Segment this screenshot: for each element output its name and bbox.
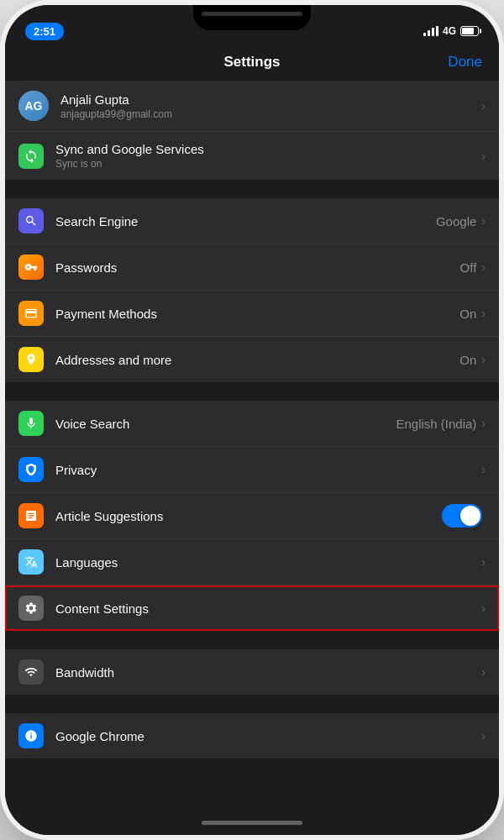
section-gap-1 bbox=[5, 181, 499, 198]
voice-search-item[interactable]: Voice Search English (India) › bbox=[5, 401, 499, 447]
gear-icon bbox=[24, 601, 38, 615]
status-icons: 4G bbox=[423, 25, 479, 37]
passwords-item[interactable]: Passwords Off › bbox=[5, 244, 499, 291]
payment-title: Payment Methods bbox=[55, 307, 459, 321]
article-suggestions-title: Article Suggestions bbox=[55, 509, 442, 523]
payment-icon-bg bbox=[18, 301, 44, 326]
sync-icon-bg bbox=[18, 144, 44, 169]
battery-fill bbox=[462, 28, 474, 34]
chevron-icon: › bbox=[481, 214, 486, 228]
key-icon bbox=[24, 260, 38, 274]
addresses-item[interactable]: Addresses and more On › bbox=[5, 337, 499, 382]
languages-title: Languages bbox=[55, 555, 481, 570]
chevron-icon: › bbox=[481, 307, 486, 320]
article-icon-bg bbox=[18, 503, 44, 528]
addresses-title: Addresses and more bbox=[55, 353, 459, 367]
notch-pill bbox=[202, 12, 302, 16]
privacy-item[interactable]: Privacy › bbox=[5, 447, 499, 493]
mic-icon bbox=[24, 417, 38, 430]
notch bbox=[193, 5, 311, 30]
signal-icon bbox=[423, 26, 438, 36]
settings-header: Settings Done bbox=[5, 47, 499, 81]
section-gap-3 bbox=[5, 633, 499, 649]
shield-icon bbox=[24, 463, 38, 476]
passwords-title: Passwords bbox=[55, 260, 460, 275]
info-icon bbox=[24, 729, 38, 743]
bandwidth-title: Bandwidth bbox=[55, 665, 481, 680]
network-label: 4G bbox=[443, 25, 456, 37]
payment-icon bbox=[24, 307, 38, 320]
google-chrome-title: Google Chrome bbox=[55, 729, 481, 743]
section-gap-2 bbox=[5, 384, 499, 401]
home-indicator bbox=[5, 810, 499, 835]
home-bar bbox=[202, 821, 302, 825]
payment-item[interactable]: Payment Methods On › bbox=[5, 291, 499, 337]
toggle-thumb bbox=[460, 506, 480, 526]
profile-item[interactable]: AG Anjali Gupta anjagupta99@gmail.com › bbox=[5, 81, 499, 132]
account-section: AG Anjali Gupta anjagupta99@gmail.com › bbox=[5, 81, 499, 180]
article-toggle[interactable] bbox=[442, 504, 482, 528]
privacy-title: Privacy bbox=[55, 463, 481, 477]
bandwidth-icon-bg bbox=[18, 659, 44, 685]
bandwidth-icon bbox=[24, 665, 38, 679]
language-icon bbox=[24, 555, 38, 569]
sync-subtitle: Sync is on bbox=[55, 158, 481, 170]
languages-icon-bg bbox=[18, 549, 44, 575]
chevron-icon: › bbox=[481, 99, 486, 113]
article-icon bbox=[24, 509, 38, 522]
chevron-icon: › bbox=[481, 729, 486, 743]
chrome-icon-bg bbox=[18, 723, 44, 748]
search-engine-value: Google bbox=[436, 214, 476, 228]
sync-title: Sync and Google Services bbox=[55, 142, 481, 156]
chevron-icon: › bbox=[481, 555, 486, 569]
section-gap-bottom bbox=[5, 760, 499, 777]
battery-icon bbox=[460, 26, 479, 36]
addresses-icon-bg bbox=[18, 347, 44, 372]
phone-screen: 2:51 4G Settings Done bbox=[5, 5, 499, 835]
profile-email: anjagupta99@gmail.com bbox=[60, 108, 481, 120]
passwords-icon-bg bbox=[18, 255, 44, 280]
google-chrome-item[interactable]: Google Chrome › bbox=[5, 713, 499, 759]
bandwidth-item[interactable]: Bandwidth › bbox=[5, 649, 499, 695]
location-icon bbox=[24, 353, 38, 366]
addresses-value: On bbox=[459, 353, 476, 367]
voice-search-value: English (India) bbox=[396, 417, 476, 431]
settings-content: AG Anjali Gupta anjagupta99@gmail.com › bbox=[5, 81, 499, 810]
avatar: AG bbox=[18, 91, 49, 121]
chevron-icon: › bbox=[481, 353, 486, 366]
sync-item[interactable]: Sync and Google Services Sync is on › bbox=[5, 132, 499, 180]
bandwidth-section: Bandwidth › bbox=[5, 649, 499, 695]
search-engine-icon-bg bbox=[18, 208, 44, 234]
search-engine-title: Search Engine bbox=[55, 214, 436, 228]
about-section: Google Chrome › bbox=[5, 713, 499, 759]
content-settings-item[interactable]: Content Settings › bbox=[5, 585, 499, 631]
voice-search-title: Voice Search bbox=[55, 417, 396, 431]
article-suggestions-item[interactable]: Article Suggestions bbox=[5, 493, 499, 539]
chevron-icon: › bbox=[481, 601, 486, 615]
privacy-icon-bg bbox=[18, 457, 44, 482]
done-button[interactable]: Done bbox=[448, 54, 482, 71]
advanced-section: Voice Search English (India) › Privacy bbox=[5, 401, 499, 631]
content-settings-icon-bg bbox=[18, 596, 44, 621]
profile-name: Anjali Gupta bbox=[60, 92, 481, 107]
status-time: 2:51 bbox=[25, 23, 64, 40]
chevron-icon: › bbox=[481, 665, 486, 679]
chevron-icon: › bbox=[481, 463, 486, 476]
payment-value: On bbox=[459, 307, 476, 321]
search-icon bbox=[24, 214, 38, 228]
search-engine-item[interactable]: Search Engine Google › bbox=[5, 198, 499, 244]
phone-frame: 2:51 4G Settings Done bbox=[0, 0, 504, 840]
basics-section: Search Engine Google › Passwords O bbox=[5, 198, 499, 382]
sync-icon bbox=[24, 149, 39, 164]
section-gap-4 bbox=[5, 696, 499, 713]
status-bar: 2:51 4G bbox=[5, 5, 499, 47]
chevron-icon: › bbox=[481, 260, 486, 274]
content-settings-title: Content Settings bbox=[55, 601, 481, 616]
chevron-icon: › bbox=[481, 150, 486, 163]
voice-icon-bg bbox=[18, 411, 44, 436]
page-title: Settings bbox=[223, 54, 280, 71]
passwords-value: Off bbox=[460, 260, 477, 275]
languages-item[interactable]: Languages › bbox=[5, 539, 499, 585]
chevron-icon: › bbox=[481, 417, 486, 430]
